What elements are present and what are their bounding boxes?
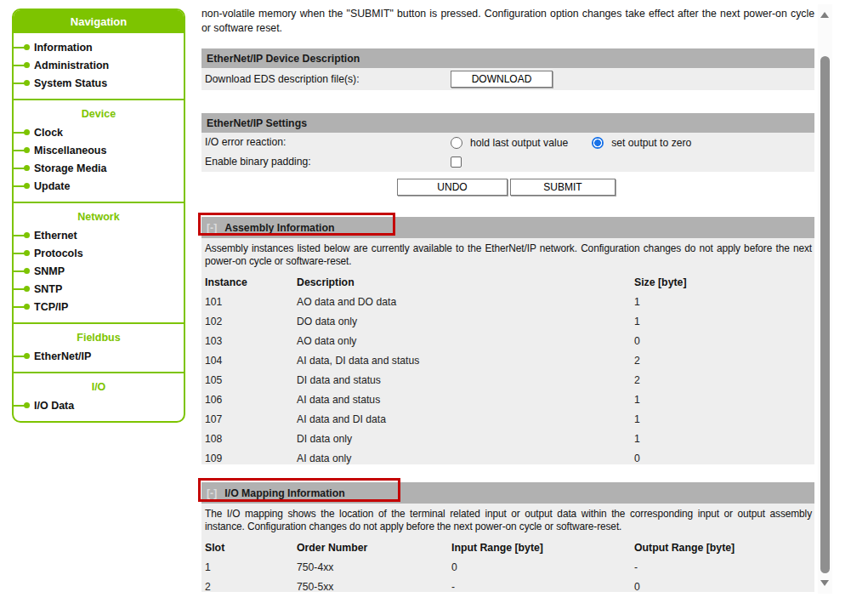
table-row: 1 750-4xx 0 - <box>201 557 814 577</box>
download-button[interactable]: DOWNLOAD <box>451 71 553 88</box>
settings-body: I/O error reaction: hold last output val… <box>201 133 814 172</box>
io-mapping-description: The I/O mapping shows the location of th… <box>201 504 814 533</box>
cell-description: DI data only <box>297 433 634 445</box>
nav-bullet-icon <box>14 226 31 244</box>
nav-bullet-icon <box>14 56 31 74</box>
nav-bullet-icon <box>14 262 31 280</box>
cell-description: AO data and DO data <box>297 296 634 308</box>
binary-padding-checkbox[interactable] <box>451 157 462 168</box>
sidebar-item-sntp[interactable]: SNTP <box>14 280 184 298</box>
radio-set-output-zero-label: set output to zero <box>611 137 691 149</box>
cell-input-range: - <box>451 581 634 593</box>
sidebar-item-label: System Status <box>34 77 107 89</box>
cell-instance: 108 <box>205 433 297 445</box>
cell-size: 2 <box>634 374 814 386</box>
nav-bullet-icon <box>14 177 31 195</box>
cell-size: 2 <box>634 355 814 367</box>
sidebar-item-protocols[interactable]: Protocols <box>14 244 184 262</box>
cell-description: AO data only <box>297 335 634 347</box>
cell-description: AI data only <box>297 452 634 464</box>
collapse-toggle-icon[interactable]: [-] <box>207 222 217 234</box>
cell-description: AI data and status <box>297 394 634 406</box>
sidebar-item-label: Ethernet <box>34 230 77 242</box>
sidebar-item-storage-media[interactable]: Storage Media <box>14 159 184 177</box>
column-header: Description <box>297 276 634 288</box>
table-row: 106 AI data and status 1 <box>201 390 814 409</box>
sidebar-item-label: I/O Data <box>34 400 74 412</box>
io-mapping-header: [-] I/O Mapping Information <box>201 482 814 504</box>
sidebar-item-tcpip[interactable]: TCP/IP <box>14 298 184 316</box>
device-description-title: EtherNet/IP Device Description <box>207 53 360 65</box>
assembly-table-header: Instance Description Size [byte] <box>201 273 814 292</box>
nav-bullet-icon <box>14 123 31 141</box>
scrollbar-thumb[interactable] <box>820 56 830 573</box>
nav-section-io: I/O I/O Data <box>14 372 184 421</box>
sidebar-item-clock[interactable]: Clock <box>14 123 184 141</box>
column-header: Output Range [byte] <box>634 542 814 554</box>
submit-button[interactable]: SUBMIT <box>510 179 616 196</box>
column-header: Slot <box>205 542 297 554</box>
nav-bullet-icon <box>14 244 31 262</box>
cell-order-number: 750-5xx <box>297 581 451 593</box>
intro-paragraph: non-volatile memory when the "SUBMIT" bu… <box>201 7 814 36</box>
collapse-toggle-icon[interactable]: [-] <box>207 487 217 499</box>
sidebar-item-ethernet[interactable]: Ethernet <box>14 226 184 244</box>
scrollbar-up-icon[interactable] <box>820 12 829 18</box>
io-mapping-title: I/O Mapping Information <box>224 487 344 499</box>
settings-header: EtherNet/IP Settings <box>201 113 814 133</box>
cell-size: 0 <box>634 335 814 347</box>
nav-bullet-icon <box>14 38 31 56</box>
vertical-scrollbar[interactable] <box>818 4 832 594</box>
table-row: 107 AI data and DI data 1 <box>201 409 814 429</box>
sidebar-item-information[interactable]: Information <box>14 38 184 56</box>
table-row: 101 AO data and DO data 1 <box>201 292 814 311</box>
table-row: 102 DO data only 1 <box>201 311 814 331</box>
sidebar-item-snmp[interactable]: SNMP <box>14 262 184 280</box>
assembly-information-body: Assembly instances listed below are curr… <box>201 238 814 464</box>
cell-output-range: 0 <box>634 581 814 593</box>
navigation-title: Navigation <box>14 10 184 33</box>
nav-section-fieldbus: Fieldbus EtherNet/IP <box>14 322 184 372</box>
sidebar-item-miscellaneous[interactable]: Miscellaneous <box>14 141 184 159</box>
radio-hold-last-output[interactable] <box>451 137 462 149</box>
sidebar-item-update[interactable]: Update <box>14 177 184 195</box>
column-header: Instance <box>205 276 297 288</box>
nav-bullet-icon <box>14 298 31 316</box>
nav-bullet-icon <box>14 280 31 298</box>
io-error-reaction-controls: hold last output value set output to zer… <box>451 133 691 152</box>
sidebar-item-system-status[interactable]: System Status <box>14 74 184 92</box>
sidebar-item-label: Storage Media <box>34 162 106 174</box>
sidebar-item-label: Miscellaneous <box>34 145 106 157</box>
sidebar-item-label: Protocols <box>34 248 83 259</box>
cell-instance: 103 <box>205 335 297 347</box>
nav-section-network: Network Ethernet Protocols SNMP SNTP TCP… <box>14 202 184 322</box>
sidebar-item-label: SNTP <box>34 283 62 295</box>
sidebar-item-administration[interactable]: Administration <box>14 56 184 74</box>
assembly-description: Assembly instances listed below are curr… <box>201 238 814 268</box>
sidebar-item-label: Update <box>34 180 70 192</box>
nav-bullet-icon <box>14 159 31 177</box>
cell-slot: 1 <box>205 561 297 573</box>
nav-section-title-fieldbus: Fieldbus <box>14 329 184 347</box>
nav-bullet-icon <box>14 347 31 365</box>
cell-description: DO data only <box>297 316 634 327</box>
cell-size: 1 <box>634 413 814 425</box>
download-eds-label: Download EDS description file(s): <box>205 68 360 90</box>
nav-section-title-network: Network <box>14 208 184 226</box>
sidebar-item-ethernetip[interactable]: EtherNet/IP <box>14 347 184 365</box>
io-mapping-body: The I/O mapping shows the location of th… <box>201 504 814 592</box>
sidebar-item-label: EtherNet/IP <box>34 350 91 362</box>
nav-section-device: Device Clock Miscellaneous Storage Media… <box>14 99 184 202</box>
nav-bullet-icon <box>14 74 31 92</box>
nav-section-title-io: I/O <box>14 378 184 396</box>
sidebar-item-io-data[interactable]: I/O Data <box>14 396 184 414</box>
radio-set-output-zero[interactable] <box>592 137 604 149</box>
table-row: 2 750-5xx - 0 <box>201 577 814 596</box>
cell-size: 1 <box>634 394 814 406</box>
scrollbar-down-icon[interactable] <box>820 580 829 586</box>
cell-description: AI data, DI data and status <box>297 355 634 367</box>
column-header: Order Number <box>297 542 451 554</box>
cell-instance: 105 <box>205 374 297 386</box>
undo-button[interactable]: UNDO <box>397 179 508 196</box>
column-header: Size [byte] <box>634 276 814 288</box>
